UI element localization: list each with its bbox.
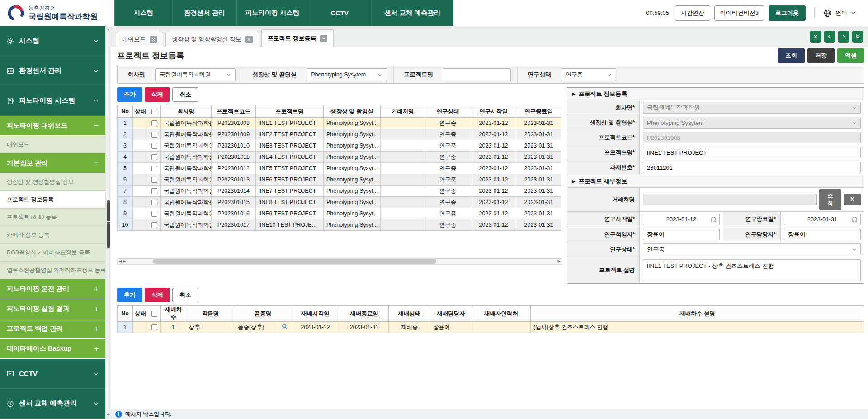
status-cell[interactable]: 연구중 (425, 197, 471, 208)
chk-cell[interactable] (148, 322, 161, 333)
flag-cell[interactable] (133, 152, 148, 163)
end-cell[interactable]: 2023-01-31 (516, 197, 561, 208)
end-cell[interactable]: 2023-01-31 (516, 174, 561, 186)
sidebar-item-17[interactable]: 센서 교체 예측관리 (0, 389, 105, 419)
chk-cell[interactable] (148, 152, 161, 163)
chk-cell[interactable] (148, 208, 161, 219)
project-row[interactable]: 5국립원예특작과학원P202301012lINE5 TEST PROJECTPh… (118, 163, 561, 174)
search-button[interactable]: 조회 (778, 48, 805, 63)
column-header[interactable]: 재배차수 설명 (531, 306, 864, 322)
cultivation-row[interactable]: 11상추품종(상추)2023-01-122023-01-31재배중장윤아(임시)… (118, 322, 864, 333)
scroll-left-arrow[interactable]: ◀ (119, 260, 122, 263)
chk-cell[interactable] (148, 197, 161, 208)
code-cell[interactable]: P202301010 (212, 140, 256, 152)
name-cell[interactable]: lINE2 TEST PROJECT (256, 129, 324, 140)
research-manager-input[interactable] (784, 229, 861, 240)
contact-cell[interactable] (472, 322, 531, 333)
end-cell[interactable]: 2023-01-31 (516, 152, 561, 163)
no-cell[interactable]: 8 (118, 197, 133, 208)
sidebar-section-15[interactable]: 데이타베이스 Backup+ (0, 339, 105, 359)
no-cell[interactable]: 1 (118, 118, 133, 129)
column-header[interactable]: 프로젝트코드 (212, 105, 256, 118)
no-cell[interactable]: 6 (118, 174, 133, 186)
sidebar-section-13[interactable]: 피노타이핑 실험 결과+ (0, 299, 105, 319)
column-header[interactable]: 상태 (133, 306, 148, 322)
company-cell[interactable]: 국립원예특작과학원 (161, 140, 212, 152)
start-cell[interactable]: 2023-01-12 (471, 219, 516, 231)
room-cell[interactable]: Phenotyping Sysyt... (324, 219, 381, 231)
flag-cell[interactable] (133, 208, 148, 219)
column-header[interactable]: 재배담당자 (430, 306, 472, 322)
scroll-down-chevron-icon[interactable] (106, 412, 111, 417)
room-filter-select[interactable]: Phenotyping Sysytem (307, 68, 387, 81)
company-select[interactable]: 국립원예특작과학원 (643, 102, 861, 114)
name-cell[interactable]: lINE7 TEST PROJECT (256, 186, 324, 197)
select-all-checkbox[interactable] (151, 311, 157, 317)
research-end-date-input[interactable]: 2023-01-31 (784, 214, 861, 225)
tab-close-icon[interactable] (320, 35, 327, 42)
desc-cell[interactable]: (임시)상추 건조스트레스 진행 (531, 322, 864, 333)
add-row-button[interactable]: 추가 (117, 288, 142, 302)
no-cell[interactable]: 2 (118, 129, 133, 140)
research-status-select[interactable]: 연구중 (643, 243, 861, 255)
name-cell[interactable]: lINE3 TEST PROJECT (256, 140, 324, 152)
row-checkbox[interactable] (151, 154, 157, 160)
nav-env-sensor[interactable]: 환경센서 관리 (172, 0, 236, 26)
project-description-input[interactable]: lINE1 TEST PROJECT - 상추 건조스트레스 진행 (643, 259, 861, 281)
column-header[interactable]: 재배차수 (161, 306, 186, 322)
sidebar-menu-item-8[interactable]: 프로젝트 RFID 등록 (0, 209, 105, 226)
scrollbar-track[interactable] (127, 259, 557, 264)
code-cell[interactable]: P202301013 (212, 174, 256, 186)
project-filter-input[interactable] (443, 68, 511, 81)
sidebar-item-0[interactable]: 시스템 (0, 26, 105, 56)
company-cell[interactable]: 국립원예특작과학원 (161, 208, 212, 219)
column-header[interactable]: 연구시작일 (471, 105, 516, 118)
task-number-input[interactable] (643, 162, 861, 173)
company-cell[interactable]: 국립원예특작과학원 (161, 152, 212, 163)
org-logo[interactable]: 농촌진흥청 국립원예특작과학원 (0, 0, 114, 26)
status-cell[interactable]: 연구중 (425, 208, 471, 219)
column-header[interactable]: 연구상태 (425, 105, 471, 118)
project-row[interactable]: 2국립원예특작과학원P202301009lINE2 TEST PROJECTPh… (118, 129, 561, 140)
room-cell[interactable]: Phenotyping Sysyt... (324, 163, 381, 174)
code-cell[interactable]: P202301016 (212, 208, 256, 219)
column-header[interactable]: 생장상 및 촬영실 (324, 105, 381, 118)
status-cell[interactable]: 연구중 (425, 140, 471, 152)
column-header[interactable]: No (118, 105, 133, 118)
column-header[interactable]: 품종명 (235, 306, 291, 322)
save-button[interactable]: 저장 (807, 48, 835, 63)
status-cell[interactable]: 연구중 (425, 186, 471, 197)
tab-close-all-button[interactable] (810, 31, 821, 43)
company-cell[interactable]: 국립원예특작과학원 (161, 174, 212, 186)
client-cell[interactable] (381, 163, 425, 174)
project-row[interactable]: 1국립원예특작과학원P202301008lINE1 TEST PROJECTPh… (118, 118, 561, 129)
room-cell[interactable]: Phenotyping Sysyt... (324, 129, 381, 140)
code-cell[interactable]: P202301009 (212, 129, 256, 140)
nav-cctv[interactable]: CCTV (308, 0, 371, 26)
start-cell[interactable]: 2023-01-12 (471, 208, 516, 219)
project-row[interactable]: 3국립원예특작과학원P202301010lINE3 TEST PROJECTPh… (118, 140, 561, 152)
client-search-button[interactable]: 조회 (819, 189, 841, 210)
chk-cell[interactable] (148, 118, 161, 129)
start-cell[interactable]: 2023-01-12 (471, 163, 516, 174)
column-header[interactable]: 재배자연락처 (472, 306, 531, 322)
chk-cell[interactable] (148, 186, 161, 197)
row-checkbox[interactable] (151, 120, 157, 126)
client-cell[interactable] (381, 129, 425, 140)
client-cell[interactable] (381, 186, 425, 197)
variety-search-icon[interactable] (281, 323, 288, 330)
end-cell[interactable]: 2023-01-31 (340, 322, 389, 333)
sidebar-menu-item-6[interactable]: 생장상 및 영상촬영실 정보 (0, 173, 105, 191)
chk-cell[interactable] (148, 219, 161, 231)
research-start-date-input[interactable]: 2023-01-12 (643, 214, 720, 225)
no-cell[interactable]: 5 (118, 163, 133, 174)
flag-cell[interactable] (133, 219, 148, 231)
start-cell[interactable]: 2023-01-12 (471, 140, 516, 152)
name-cell[interactable]: lINE4 TEST PROJECT (256, 152, 324, 163)
select-all-header[interactable] (148, 306, 161, 322)
scroll-up-arrow[interactable]: ▲ (106, 28, 111, 31)
no-cell[interactable]: 9 (118, 208, 133, 219)
chk-cell[interactable] (148, 174, 161, 186)
end-cell[interactable]: 2023-01-31 (516, 186, 561, 197)
user-button[interactable]: 아이티컨버전3 (714, 5, 764, 21)
